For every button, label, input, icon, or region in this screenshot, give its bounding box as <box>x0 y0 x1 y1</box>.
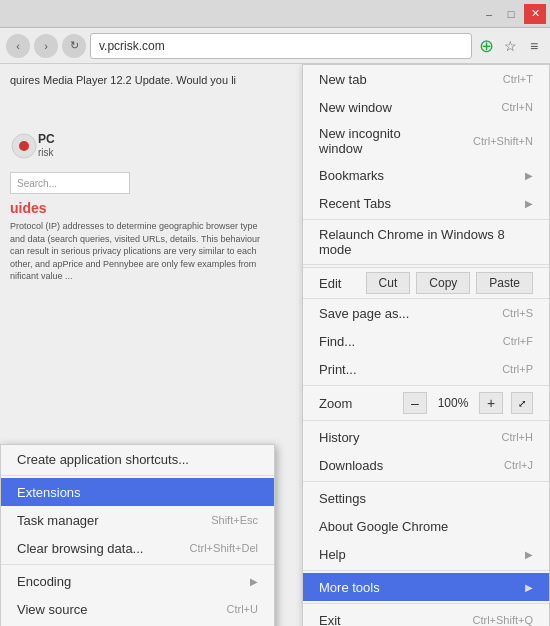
add-page-icon[interactable]: ⊕ <box>476 36 496 56</box>
more-tools-arrow-icon: ▶ <box>525 582 533 593</box>
svg-text:PC: PC <box>38 132 55 146</box>
menu-item-more-tools[interactable]: More tools ▶ <box>303 573 549 601</box>
toolbar-icons: ⊕ ☆ ≡ <box>476 36 544 56</box>
url-text: v.pcrisk.com <box>99 39 165 53</box>
menu-item-find-label: Find... <box>319 334 355 349</box>
copy-button[interactable]: Copy <box>416 272 470 294</box>
menu-item-bookmarks-label: Bookmarks <box>319 168 384 183</box>
menu-item-about-label: About Google Chrome <box>319 519 448 534</box>
menu-item-exit[interactable]: Exit Ctrl+Shift+Q <box>303 606 549 626</box>
submenu-item-clear-browsing-shortcut: Ctrl+Shift+Del <box>190 542 258 554</box>
submenu-item-clear-browsing-label: Clear browsing data... <box>17 541 143 556</box>
more-tools-submenu: Create application shortcuts... Extensio… <box>0 444 275 626</box>
menu-item-more-tools-label: More tools <box>319 580 380 595</box>
submenu-separator-2 <box>1 564 274 565</box>
menu-item-new-incognito[interactable]: New incognito window Ctrl+Shift+N <box>303 121 549 161</box>
maximize-button[interactable]: □ <box>500 4 522 24</box>
menu-item-history[interactable]: History Ctrl+H <box>303 423 549 451</box>
back-button[interactable]: ‹ <box>6 34 30 58</box>
page-content: quires Media Player 12.2 Update. Would y… <box>0 64 550 626</box>
menu-separator-4 <box>303 420 549 421</box>
bookmarks-arrow-icon: ▶ <box>525 170 533 181</box>
menu-item-recent-tabs[interactable]: Recent Tabs ▶ <box>303 189 549 217</box>
menu-item-relaunch-label: Relaunch Chrome in Windows 8 mode <box>319 227 533 257</box>
menu-item-bookmarks[interactable]: Bookmarks ▶ <box>303 161 549 189</box>
search-box[interactable]: Search... <box>10 172 130 194</box>
browser-toolbar: ‹ › ↻ v.pcrisk.com ⊕ ☆ ≡ <box>0 28 550 64</box>
menu-item-about[interactable]: About Google Chrome <box>303 512 549 540</box>
menu-item-new-window-label: New window <box>319 100 392 115</box>
edit-label: Edit <box>319 276 360 291</box>
recent-tabs-arrow-icon: ▶ <box>525 198 533 209</box>
menu-item-history-label: History <box>319 430 359 445</box>
close-button[interactable]: ✕ <box>524 4 546 24</box>
address-bar[interactable]: v.pcrisk.com <box>90 33 472 59</box>
zoom-out-button[interactable]: – <box>403 392 427 414</box>
menu-item-save-page-shortcut: Ctrl+S <box>502 307 533 319</box>
zoom-value: 100% <box>435 396 471 410</box>
help-arrow-icon: ▶ <box>525 549 533 560</box>
submenu-item-encoding-label: Encoding <box>17 574 71 589</box>
menu-separator-5 <box>303 481 549 482</box>
menu-separator-2 <box>303 264 549 265</box>
menu-item-help-label: Help <box>319 547 346 562</box>
menu-item-downloads[interactable]: Downloads Ctrl+J <box>303 451 549 479</box>
menu-item-save-page[interactable]: Save page as... Ctrl+S <box>303 299 549 327</box>
menu-item-new-window[interactable]: New window Ctrl+N <box>303 93 549 121</box>
menu-item-find[interactable]: Find... Ctrl+F <box>303 327 549 355</box>
submenu-item-view-source-shortcut: Ctrl+U <box>227 603 258 615</box>
edit-row: Edit Cut Copy Paste <box>303 267 549 299</box>
menu-item-exit-label: Exit <box>319 613 341 627</box>
svg-text:risk: risk <box>38 147 55 158</box>
submenu-item-task-manager-shortcut: Shift+Esc <box>211 514 258 526</box>
menu-item-new-incognito-shortcut: Ctrl+Shift+N <box>473 135 533 147</box>
submenu-item-task-manager[interactable]: Task manager Shift+Esc <box>1 506 274 534</box>
refresh-button[interactable]: ↻ <box>62 34 86 58</box>
chrome-context-menu: New tab Ctrl+T New window Ctrl+N New inc… <box>302 64 550 626</box>
search-placeholder: Search... <box>17 178 57 189</box>
menu-item-new-tab-shortcut: Ctrl+T <box>503 73 533 85</box>
menu-item-downloads-label: Downloads <box>319 458 383 473</box>
submenu-separator-1 <box>1 475 274 476</box>
submenu-item-clear-browsing[interactable]: Clear browsing data... Ctrl+Shift+Del <box>1 534 274 562</box>
menu-icon[interactable]: ≡ <box>524 36 544 56</box>
zoom-row: Zoom – 100% + ⤢ <box>303 388 549 418</box>
menu-item-new-tab[interactable]: New tab Ctrl+T <box>303 65 549 93</box>
menu-item-print-label: Print... <box>319 362 357 377</box>
submenu-item-view-source-label: View source <box>17 602 88 617</box>
menu-item-history-shortcut: Ctrl+H <box>502 431 533 443</box>
menu-item-new-incognito-label: New incognito window <box>319 126 443 156</box>
menu-item-relaunch[interactable]: Relaunch Chrome in Windows 8 mode <box>303 222 549 262</box>
menu-item-print-shortcut: Ctrl+P <box>502 363 533 375</box>
menu-item-recent-tabs-label: Recent Tabs <box>319 196 391 211</box>
paste-button[interactable]: Paste <box>476 272 533 294</box>
menu-item-print[interactable]: Print... Ctrl+P <box>303 355 549 383</box>
menu-item-help[interactable]: Help ▶ <box>303 540 549 568</box>
menu-item-find-shortcut: Ctrl+F <box>503 335 533 347</box>
site-logo: PC risk <box>10 128 90 164</box>
menu-item-settings[interactable]: Settings <box>303 484 549 512</box>
svg-point-1 <box>19 141 29 151</box>
menu-item-new-tab-label: New tab <box>319 72 367 87</box>
menu-item-downloads-shortcut: Ctrl+J <box>504 459 533 471</box>
submenu-item-extensions[interactable]: Extensions <box>1 478 274 506</box>
article-text: Protocol (IP) addresses to determine geo… <box>10 220 270 283</box>
cut-button[interactable]: Cut <box>366 272 411 294</box>
menu-separator-6 <box>303 570 549 571</box>
menu-separator-1 <box>303 219 549 220</box>
zoom-expand-button[interactable]: ⤢ <box>511 392 533 414</box>
minimize-button[interactable]: – <box>478 4 500 24</box>
star-icon[interactable]: ☆ <box>500 36 520 56</box>
submenu-item-view-source[interactable]: View source Ctrl+U <box>1 595 274 623</box>
submenu-item-create-shortcuts-label: Create application shortcuts... <box>17 452 189 467</box>
submenu-item-task-manager-label: Task manager <box>17 513 99 528</box>
submenu-item-encoding[interactable]: Encoding ▶ <box>1 567 274 595</box>
submenu-item-create-shortcuts[interactable]: Create application shortcuts... <box>1 445 274 473</box>
menu-item-save-page-label: Save page as... <box>319 306 409 321</box>
menu-item-settings-label: Settings <box>319 491 366 506</box>
forward-button[interactable]: › <box>34 34 58 58</box>
zoom-in-button[interactable]: + <box>479 392 503 414</box>
zoom-label: Zoom <box>319 396 395 411</box>
menu-separator-7 <box>303 603 549 604</box>
menu-item-exit-shortcut: Ctrl+Shift+Q <box>472 614 533 626</box>
